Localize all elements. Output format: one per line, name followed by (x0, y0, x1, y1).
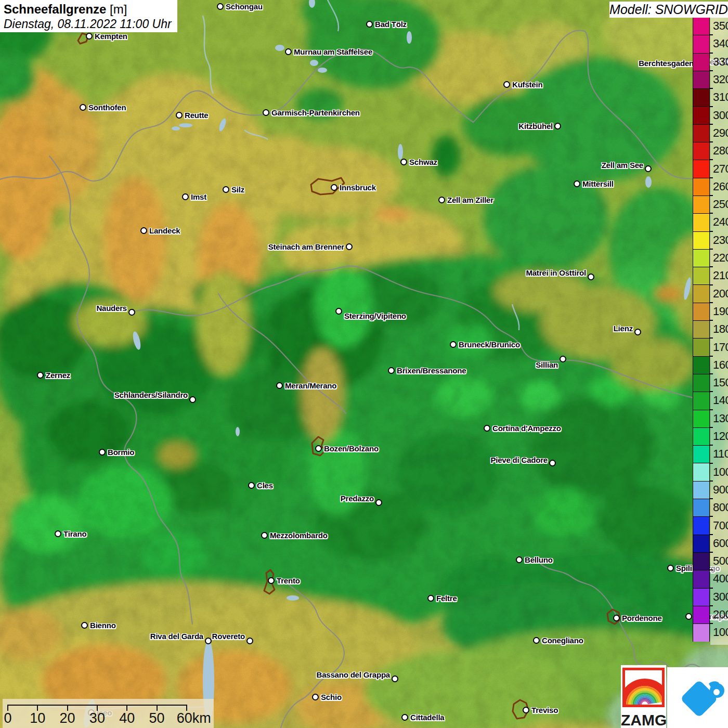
city-label: Brixen/Bressanone (397, 366, 466, 375)
city-marker (189, 396, 196, 403)
legend-tick (710, 177, 713, 178)
city-label: Cortina d'Ampezzo (492, 424, 561, 433)
legend-tick (710, 552, 713, 553)
city-marker (346, 243, 353, 250)
city-marker (484, 425, 490, 432)
legend-tick (710, 266, 713, 267)
city-label: Bruneck/Brunico (459, 340, 520, 349)
legend-value: 3400 (713, 37, 728, 50)
legend-tick (710, 337, 713, 339)
legend-tick (710, 249, 713, 250)
legend-value: 3200 (713, 73, 728, 86)
city-label: Zell am Ziller (447, 196, 493, 205)
legend-tick (710, 53, 713, 54)
legend-value: 1200 (713, 430, 728, 443)
city-marker (335, 308, 342, 315)
city-label: Bienno (90, 621, 116, 630)
legend-segment (693, 54, 709, 71)
zamg-logo-text: ZAMG (621, 711, 666, 728)
legend-value: 3100 (713, 90, 728, 104)
legend-value: 2300 (713, 233, 728, 247)
legend-segment (693, 517, 709, 535)
city-label: Tirano (63, 529, 86, 539)
legend-tick (710, 356, 713, 357)
city-label: Steinach am Brenner (268, 242, 344, 252)
city-marker (549, 460, 556, 466)
city-label: Lienz (614, 324, 633, 333)
zamg-logo: ZAMG (621, 665, 666, 728)
legend-value: 2900 (713, 126, 728, 140)
city-marker (315, 445, 322, 452)
city-marker (366, 21, 373, 28)
scalebar-label: 50 (149, 710, 164, 726)
legend-value: 1800 (713, 322, 728, 336)
city-marker (128, 309, 135, 316)
city-marker (285, 48, 292, 55)
legend-tick (710, 534, 713, 535)
legend-segment (693, 214, 709, 231)
city-marker (86, 33, 93, 40)
city-marker (81, 622, 88, 629)
city-marker (523, 707, 529, 713)
zamg-rainbow-icon (622, 668, 665, 707)
city-marker (205, 638, 212, 644)
city-label: Zell am See (602, 161, 643, 170)
legend-segment (693, 303, 709, 321)
legend-tick (710, 605, 713, 606)
city-marker (263, 109, 269, 116)
city-label: Cles (257, 481, 273, 490)
legend-value: 500 (713, 554, 728, 568)
legend-tick (710, 373, 713, 374)
city-marker (634, 329, 641, 335)
scalebar-label: 60km (177, 710, 211, 726)
legend-tick (710, 231, 713, 232)
city-label: Sonthofen (88, 103, 126, 112)
city-marker (55, 530, 61, 537)
city-label: Treviso (531, 706, 558, 715)
city-label: Schwaz (409, 158, 437, 167)
legend-value: 1900 (713, 305, 728, 318)
city-marker (37, 372, 44, 379)
city-marker (450, 341, 457, 348)
legend-segment (693, 285, 709, 303)
city-marker (438, 197, 445, 203)
legend-segment (693, 499, 709, 517)
legend-value: 600 (713, 537, 728, 550)
legend-tick (710, 480, 713, 482)
legend-segment (693, 606, 709, 624)
city-label: Pordenone (622, 614, 662, 623)
title-parameter: Schneefallgrenze (4, 2, 106, 16)
legend-tick (710, 588, 713, 589)
legend-value: 2200 (713, 251, 728, 265)
legend-segment (693, 178, 709, 196)
legend-segment (693, 232, 709, 250)
legend-segment (693, 535, 709, 553)
legend-value: 1600 (713, 358, 728, 372)
legend-segment (693, 570, 709, 588)
city-marker (392, 675, 398, 682)
legend-segment (693, 589, 709, 606)
legend-tick (710, 284, 713, 285)
city-marker (331, 184, 337, 191)
legend-value: 1400 (713, 394, 728, 407)
city-marker (427, 595, 434, 602)
scalebar-label: 0 (4, 710, 11, 726)
model-label: Modell: SNOWGRID (609, 2, 728, 18)
legend-tick (710, 409, 713, 410)
city-marker (268, 577, 275, 584)
legend-tick (710, 427, 713, 428)
legend-tick (710, 70, 713, 71)
city-marker (176, 112, 183, 119)
legend-tick (710, 34, 713, 35)
city-label: Schio (321, 693, 342, 702)
scalebar-label: 30 (89, 710, 105, 726)
legend-tick (710, 302, 713, 303)
city-label: Sillian (536, 360, 558, 370)
legend-segment (693, 160, 709, 178)
legend-value: 3000 (713, 109, 728, 122)
mountain-logo-icon (667, 667, 728, 728)
legend-segment (693, 35, 709, 53)
city-label: Feltre (436, 594, 457, 603)
city-marker (645, 165, 652, 172)
legend-value: 700 (713, 519, 728, 532)
